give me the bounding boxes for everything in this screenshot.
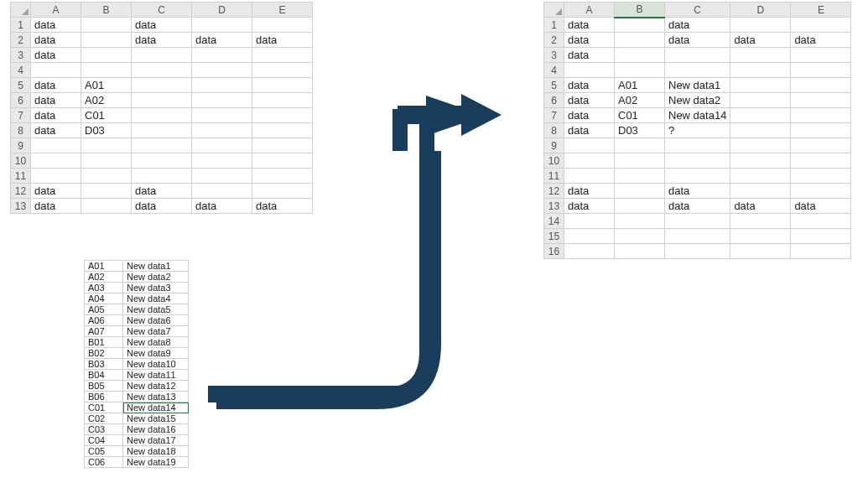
col-header-E[interactable]: E [791, 3, 851, 18]
cell-B2[interactable] [81, 33, 132, 48]
lookup-value[interactable]: New data6 [123, 315, 189, 326]
cell-C11[interactable] [665, 169, 730, 184]
cell-E11[interactable] [252, 169, 313, 184]
cell-B13[interactable] [81, 199, 132, 214]
lookup-key[interactable]: A05 [85, 304, 123, 315]
cell-E14[interactable] [791, 214, 851, 229]
row-header[interactable]: 13 [544, 199, 564, 214]
cell-A7[interactable]: data [564, 108, 615, 123]
row-header[interactable]: 15 [544, 229, 564, 244]
lookup-key[interactable]: C05 [85, 446, 123, 457]
col-header-D[interactable]: D [730, 3, 791, 18]
row-header[interactable]: 4 [11, 63, 31, 78]
row-header[interactable]: 11 [11, 169, 31, 184]
col-header-C[interactable]: C [132, 3, 192, 18]
lookup-value[interactable]: New data7 [123, 326, 189, 337]
cell-D2[interactable]: data [730, 33, 791, 48]
cell-E4[interactable] [252, 63, 313, 78]
lookup-value[interactable]: New data18 [123, 446, 189, 457]
lookup-key[interactable]: A07 [85, 326, 123, 337]
row-header[interactable]: 12 [544, 184, 564, 199]
row-header[interactable]: 2 [544, 33, 564, 48]
select-all-corner[interactable] [544, 3, 564, 18]
cell-A11[interactable] [31, 169, 81, 184]
row-header[interactable]: 7 [11, 108, 31, 123]
cell-E6[interactable] [791, 93, 851, 108]
cell-E5[interactable] [252, 78, 313, 93]
cell-D15[interactable] [730, 229, 791, 244]
cell-A2[interactable]: data [31, 33, 81, 48]
lookup-value[interactable]: New data4 [123, 293, 189, 304]
cell-E1[interactable] [252, 18, 313, 33]
cell-E3[interactable] [791, 48, 851, 63]
row-header[interactable]: 2 [11, 33, 31, 48]
lookup-key[interactable]: B04 [85, 370, 123, 381]
row-header[interactable]: 16 [544, 244, 564, 259]
cell-C9[interactable] [132, 138, 192, 153]
col-header-D[interactable]: D [192, 3, 252, 18]
cell-D7[interactable] [730, 108, 791, 123]
cell-D9[interactable] [730, 138, 791, 153]
cell-B14[interactable] [615, 214, 665, 229]
lookup-value[interactable]: New data19 [123, 457, 189, 468]
cell-A14[interactable] [564, 214, 615, 229]
cell-A11[interactable] [564, 169, 615, 184]
lookup-key[interactable]: A01 [85, 261, 123, 272]
cell-A10[interactable] [564, 153, 615, 169]
cell-C8[interactable]: ? [665, 123, 730, 138]
cell-E3[interactable] [252, 48, 313, 63]
lookup-value[interactable]: New data12 [123, 381, 189, 392]
cell-D4[interactable] [730, 63, 791, 78]
cell-D1[interactable] [730, 18, 791, 33]
cell-A15[interactable] [564, 229, 615, 244]
cell-C13[interactable]: data [665, 199, 730, 214]
lookup-key[interactable]: C01 [85, 402, 123, 413]
lookup-key[interactable]: C06 [85, 457, 123, 468]
cell-B9[interactable] [615, 138, 665, 153]
cell-D10[interactable] [730, 153, 791, 169]
lookup-value[interactable]: New data5 [123, 304, 189, 315]
cell-B6[interactable]: A02 [81, 93, 132, 108]
cell-B8[interactable]: D03 [81, 123, 132, 138]
lookup-value[interactable]: New data1 [123, 261, 189, 272]
cell-E12[interactable] [791, 184, 851, 199]
cell-C2[interactable]: data [132, 33, 192, 48]
row-header[interactable]: 6 [11, 93, 31, 108]
cell-A10[interactable] [31, 153, 81, 169]
lookup-key[interactable]: A02 [85, 272, 123, 283]
row-header[interactable]: 3 [11, 48, 31, 63]
cell-B2[interactable] [615, 33, 665, 48]
cell-D16[interactable] [730, 244, 791, 259]
cell-B9[interactable] [81, 138, 132, 153]
lookup-value[interactable]: New data8 [123, 337, 189, 348]
lookup-key[interactable]: C02 [85, 413, 123, 424]
cell-E7[interactable] [791, 108, 851, 123]
cell-D11[interactable] [730, 169, 791, 184]
cell-C16[interactable] [665, 244, 730, 259]
cell-D12[interactable] [192, 184, 252, 199]
cell-B4[interactable] [615, 63, 665, 78]
cell-B6[interactable]: A02 [615, 93, 665, 108]
cell-C6[interactable]: New data2 [665, 93, 730, 108]
cell-E5[interactable] [791, 78, 851, 93]
cell-C12[interactable]: data [132, 184, 192, 199]
lookup-key[interactable]: B03 [85, 359, 123, 370]
cell-D11[interactable] [192, 169, 252, 184]
cell-D8[interactable] [730, 123, 791, 138]
cell-A2[interactable]: data [564, 33, 615, 48]
cell-C5[interactable] [132, 78, 192, 93]
row-header[interactable]: 11 [544, 169, 564, 184]
cell-A7[interactable]: data [31, 108, 81, 123]
cell-B11[interactable] [81, 169, 132, 184]
cell-C9[interactable] [665, 138, 730, 153]
cell-C10[interactable] [665, 153, 730, 169]
cell-C4[interactable] [665, 63, 730, 78]
cell-D8[interactable] [192, 123, 252, 138]
lookup-value[interactable]: New data17 [123, 435, 189, 446]
cell-B7[interactable]: C01 [615, 108, 665, 123]
cell-E7[interactable] [252, 108, 313, 123]
cell-E4[interactable] [791, 63, 851, 78]
row-header[interactable]: 6 [544, 93, 564, 108]
col-header-A[interactable]: A [564, 3, 615, 18]
cell-C1[interactable]: data [132, 18, 192, 33]
